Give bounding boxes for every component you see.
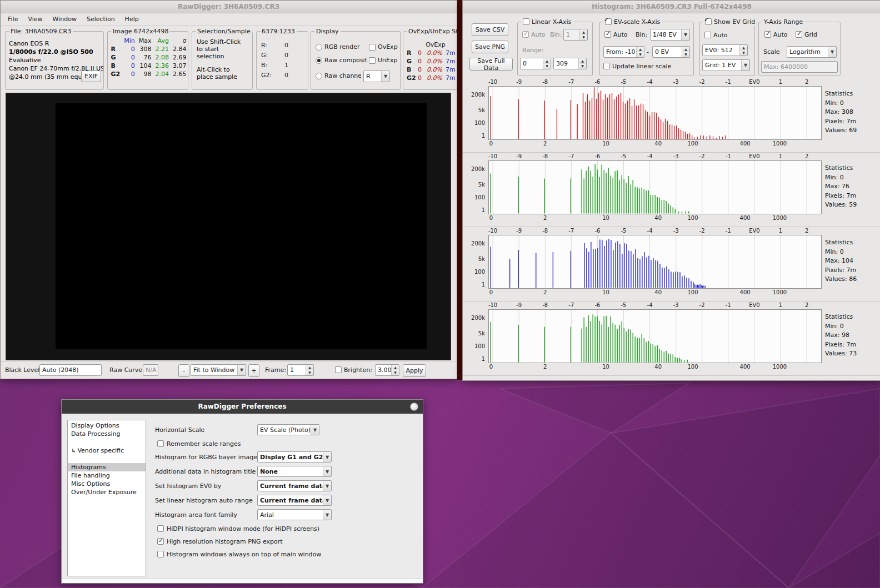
save-full-data-button[interactable]: Save Full Data: [469, 58, 513, 71]
ev-axis-tick: -2: [699, 228, 705, 234]
image-canvas-area[interactable]: [6, 93, 451, 360]
ovexp-row-pct: 0.0%: [427, 74, 442, 82]
ev-axis-tick: 1: [779, 228, 782, 234]
raw-composite-radio[interactable]: [316, 57, 322, 64]
rgbg-bayer-select[interactable]: Display G1 and G2 ▼: [257, 451, 332, 463]
ev-axis-tick: -3: [673, 302, 679, 308]
ev-auto-checkbox[interactable]: [604, 31, 611, 38]
chevron-down-icon: ▼: [323, 452, 331, 462]
raw-curve-field: N/A: [143, 364, 158, 376]
linear-xaxis-checkbox[interactable]: [523, 18, 529, 25]
hires-png-label: High resolution histogram PNG export: [167, 538, 283, 545]
rgbg-bayer-label: Histogram for RGBG bayer images: [155, 454, 261, 461]
yaxis-scale-select[interactable]: Logarithm ▼: [787, 46, 837, 58]
always-on-top-checkbox[interactable]: [157, 551, 164, 557]
ev-axis-tick: -1: [726, 153, 731, 159]
ovexp-row-ch: G: [407, 58, 412, 65]
horizontal-scale-select[interactable]: EV Scale (Photo) ▼: [257, 424, 319, 435]
zoom-in-button[interactable]: +: [248, 364, 259, 377]
zoom-out-button[interactable]: -: [178, 364, 189, 377]
spinner-arrows-icon[interactable]: ▲▼: [636, 47, 644, 57]
spinner-arrows-icon[interactable]: ▲▼: [739, 45, 747, 56]
sidebar-item-misc-options[interactable]: Misc Options: [68, 480, 146, 488]
raw-image-preview[interactable]: [56, 103, 427, 349]
sidebar-item-over-under-exposure[interactable]: Over/Under Exposure: [68, 488, 146, 496]
ev0-by-select[interactable]: Current frame data ▼: [257, 480, 332, 491]
save-csv-button[interactable]: Save CSV: [472, 23, 508, 36]
window-gap-divider: [457, 0, 462, 380]
main-window-titlebar[interactable]: RawDigger: 3H6A0509.CR3: [1, 1, 457, 13]
sidebar-item-histograms[interactable]: Histograms: [68, 463, 146, 471]
close-icon[interactable]: [410, 403, 418, 411]
raw-channel-select[interactable]: R ▼: [363, 71, 390, 82]
font-family-select[interactable]: Arial ▼: [257, 509, 332, 520]
pixel-g-value: 0: [284, 52, 288, 59]
black-level-field[interactable]: Auto (2048): [39, 364, 102, 376]
brighten-stepper[interactable]: 3.00 ▲▼: [375, 364, 399, 376]
statistics-line: Max: 76: [825, 182, 878, 192]
brighten-checkbox[interactable]: [335, 366, 342, 373]
ev-bin-select[interactable]: 1/48 EV ▼: [650, 29, 690, 41]
grid-step-select[interactable]: Grid: 1 EV ▼: [702, 59, 750, 71]
spinner-arrows-icon[interactable]: ▲▼: [578, 58, 586, 69]
chevron-down-icon: ▼: [323, 510, 331, 520]
sample-hint: Alt-Click to place sample: [197, 66, 244, 81]
range-to-stepper[interactable]: 309 ▲▼: [553, 58, 587, 69]
save-png-button[interactable]: Save PNG: [472, 41, 508, 53]
raw-channel-radio[interactable]: [316, 73, 322, 79]
ev-axis-tick: -8: [542, 228, 548, 234]
show-ev-grid-group: Show EV Grid Auto EV0: 512 ▲▼ Grid: 1 EV…: [699, 22, 755, 76]
rgb-render-radio[interactable]: [316, 44, 322, 51]
scale-label: Scale: [763, 48, 780, 56]
menu-window[interactable]: Window: [48, 14, 82, 24]
ev-from-stepper[interactable]: From: -10 ▲▼: [603, 46, 644, 58]
sidebar-item-file-handling[interactable]: File handling: [68, 471, 146, 480]
raw-composite-label: Raw composite: [324, 57, 367, 64]
ev-to-stepper[interactable]: 0 EV ▲▼: [652, 46, 690, 58]
update-linear-checkbox[interactable]: [603, 63, 610, 69]
yaxis-auto-checkbox[interactable]: [764, 31, 771, 38]
spinner-arrows-icon[interactable]: ▲▼: [391, 365, 399, 375]
ev0-stepper[interactable]: EV0: 512 ▲▼: [702, 44, 748, 56]
spinner-arrows-icon[interactable]: ▲▼: [306, 365, 313, 375]
ovexp-checkbox[interactable]: [369, 44, 376, 51]
exif-button[interactable]: EXIF: [81, 71, 101, 82]
grid-auto-checkbox[interactable]: [704, 32, 711, 38]
histogram-window-titlebar[interactable]: Histogram: 3H6A0509.CR3 Full-6742x4498: [463, 1, 880, 13]
frame-stepper[interactable]: 1 ▲▼: [287, 364, 314, 376]
unexp-checkbox[interactable]: [369, 57, 376, 64]
range-from-stepper[interactable]: 0 ▲▼: [520, 58, 551, 69]
spinner-arrows-icon[interactable]: ▲▼: [682, 47, 689, 57]
ev-scale-checkbox[interactable]: [605, 18, 612, 25]
ev-bin-label: Bin:: [636, 31, 647, 38]
sidebar-item-label: File handling: [71, 472, 110, 479]
sidebar-item-data-processing[interactable]: Data Processing: [68, 430, 146, 438]
nav-spacer: [68, 455, 146, 463]
ev-axis-tick: -9: [516, 228, 522, 234]
menu-selection[interactable]: Selection: [82, 14, 120, 24]
yaxis-grid-checkbox[interactable]: [796, 31, 802, 38]
zoom-mode-select[interactable]: Fit to Window ▼: [191, 364, 246, 376]
auto-range-select[interactable]: Current frame data ▼: [257, 495, 332, 506]
statistics-line: Statistics: [825, 313, 878, 322]
show-ev-grid-checkbox[interactable]: [705, 18, 712, 25]
menu-view[interactable]: View: [23, 14, 47, 24]
additional-data-select[interactable]: None ▼: [257, 466, 332, 477]
hidpi-checkbox[interactable]: [157, 525, 164, 532]
font-family-label: Histogram area font family: [155, 511, 237, 519]
preferences-titlebar[interactable]: RawDigger Preferences: [62, 400, 423, 414]
hires-png-checkbox[interactable]: [157, 538, 164, 545]
remember-scale-checkbox[interactable]: [157, 440, 164, 447]
spinner-arrows-icon[interactable]: ▲▼: [543, 58, 551, 69]
ev-axis-tick: -4: [647, 153, 653, 159]
sidebar-item-display-options[interactable]: Display Options: [68, 421, 146, 430]
raw-value-tick: 40: [654, 289, 662, 295]
sidebar-item-vendor-specific[interactable]: ↳Vendor specific: [68, 446, 146, 455]
menu-file[interactable]: File: [3, 14, 23, 24]
pixel-b-label: B:: [261, 62, 267, 69]
menu-help[interactable]: Help: [120, 14, 144, 24]
linear-auto-checkbox[interactable]: [522, 31, 529, 38]
apply-button[interactable]: Apply: [403, 364, 426, 377]
statistics-line: Min: 0: [825, 248, 878, 257]
statistics-line: Statistics: [825, 89, 878, 99]
